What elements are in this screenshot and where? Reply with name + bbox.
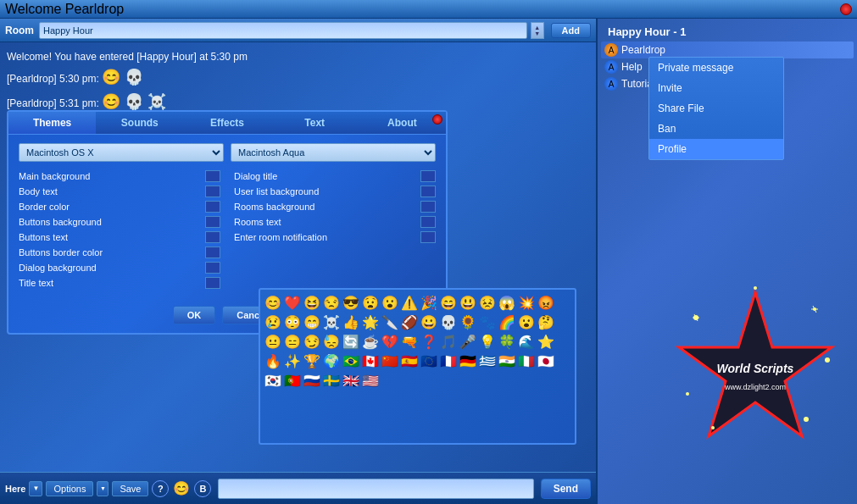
emoji-item[interactable]: 😣 — [478, 293, 497, 312]
emoji-item[interactable]: 💡 — [478, 332, 497, 351]
emoji-item[interactable]: 🇧🇷 — [342, 352, 360, 370]
theme-select-1[interactable]: Macintosh OS X Windows XP — [19, 143, 224, 162]
emoji-item[interactable]: 🇰🇷 — [264, 371, 282, 390]
message-input[interactable] — [218, 479, 533, 499]
emoji-item[interactable]: 🔪 — [381, 313, 399, 331]
menu-invite[interactable]: Invite — [649, 78, 783, 98]
emoji-item[interactable]: 🌻 — [459, 313, 477, 331]
emoji-item[interactable]: 😄 — [439, 293, 458, 312]
emoji-item[interactable]: 🤔 — [537, 313, 555, 331]
color-swatch-rooms-bg[interactable] — [420, 201, 436, 213]
color-swatch-enter-notif[interactable] — [420, 231, 436, 243]
emoji-item[interactable]: 💀 — [439, 313, 458, 331]
menu-private-message[interactable]: Private message — [649, 58, 783, 78]
add-button[interactable]: Add — [551, 23, 591, 38]
emoji-item[interactable]: ⭐ — [537, 332, 555, 351]
options-spinner[interactable]: ▼ — [97, 481, 109, 496]
emoji-item[interactable]: 🔥 — [264, 352, 282, 370]
options-button[interactable]: Options — [46, 481, 93, 496]
tab-sounds[interactable]: Sounds — [96, 112, 183, 134]
tab-effects[interactable]: Effects — [183, 112, 270, 134]
emoji-item[interactable]: 👍 — [342, 313, 360, 331]
color-swatch-userlist-bg[interactable] — [420, 186, 436, 197]
emoji-item[interactable]: 🇨🇦 — [361, 352, 380, 370]
emoji-item[interactable]: 😮 — [381, 293, 399, 312]
ok-button[interactable]: OK — [173, 306, 216, 324]
emoji-item[interactable]: 🎉 — [420, 293, 438, 312]
emoji-item[interactable]: ❓ — [420, 332, 438, 351]
emoji-item[interactable]: 🇩🇪 — [459, 352, 477, 370]
emoji-item[interactable]: 😊 — [264, 293, 282, 312]
emoji-item[interactable]: 😧 — [361, 293, 380, 312]
menu-profile[interactable]: Profile — [649, 139, 783, 159]
settings-close-button[interactable] — [432, 114, 442, 125]
emoji-item[interactable]: 🇯🇵 — [537, 352, 555, 370]
close-button[interactable] — [840, 3, 852, 15]
menu-share-file[interactable]: Share File — [649, 98, 783, 119]
emoji-item[interactable]: 🌟 — [361, 313, 380, 331]
color-swatch-rooms-text[interactable] — [420, 216, 436, 228]
emoji-item[interactable]: ☠️ — [322, 313, 341, 331]
room-input[interactable] — [39, 22, 527, 39]
emoji-item[interactable]: 🇺🇸 — [361, 371, 380, 390]
save-button[interactable]: Save — [112, 481, 148, 496]
menu-ban[interactable]: Ban — [649, 119, 783, 139]
emoji-item[interactable]: 🇬🇧 — [342, 371, 360, 390]
send-button[interactable]: Send — [541, 479, 591, 499]
emoji-item[interactable]: 🎵 — [439, 332, 458, 351]
emoji-item[interactable]: ☕ — [361, 332, 380, 351]
color-swatch-dialog-bg[interactable] — [205, 262, 220, 274]
color-swatch-border[interactable] — [205, 201, 220, 213]
emoji-item[interactable]: 😳 — [283, 313, 302, 331]
color-swatch-main-bg[interactable] — [205, 170, 220, 182]
emoji-item[interactable]: 💔 — [381, 332, 399, 351]
emoji-item[interactable]: 🇬🇷 — [478, 352, 497, 370]
emoji-item[interactable]: 😃 — [459, 293, 477, 312]
emoji-item[interactable]: 😆 — [303, 293, 321, 312]
emoji-item[interactable]: 😀 — [420, 313, 438, 331]
emoji-item[interactable]: 🏈 — [400, 313, 419, 331]
theme-select-2[interactable]: Macintosh Aqua Windows Blue — [231, 143, 436, 162]
emoji-item[interactable]: 🇷🇺 — [303, 371, 321, 390]
tab-themes[interactable]: Themes — [8, 112, 96, 134]
emoji-item[interactable]: 😐 — [264, 332, 282, 351]
emoji-item[interactable]: 🎤 — [459, 332, 477, 351]
emoji-item[interactable]: 🇪🇺 — [420, 352, 438, 370]
emoji-item[interactable]: 🌍 — [322, 352, 341, 370]
emoji-item[interactable]: 🇪🇸 — [400, 352, 419, 370]
emoji-item[interactable]: 🔫 — [400, 332, 419, 351]
here-dropdown[interactable]: ▼ — [29, 481, 42, 496]
emoji-item[interactable]: 🌈 — [498, 313, 516, 331]
emoji-item[interactable]: 🇮🇳 — [498, 352, 516, 370]
emoji-item[interactable]: ❤️ — [283, 293, 302, 312]
emoji-item[interactable]: 🍀 — [498, 332, 516, 351]
help-icon[interactable]: ? — [152, 480, 169, 497]
color-swatch-dialog-title[interactable] — [420, 170, 436, 182]
smiley-icon[interactable]: 😊 — [172, 479, 191, 498]
color-swatch-body-text[interactable] — [205, 186, 220, 197]
emoji-item[interactable]: 😮 — [517, 313, 536, 331]
color-swatch-buttons-border[interactable] — [205, 246, 220, 258]
emoji-item[interactable]: 😓 — [322, 332, 341, 351]
emoji-item[interactable]: 😏 — [303, 332, 321, 351]
color-swatch-buttons-text[interactable] — [205, 231, 220, 243]
emoji-item[interactable]: 🏆 — [303, 352, 321, 370]
emoji-item[interactable]: 🇫🇷 — [439, 352, 458, 370]
emoji-item[interactable]: 🐾 — [478, 313, 497, 331]
emoji-item[interactable]: 🇸🇪 — [322, 371, 341, 390]
emoji-item[interactable]: 😱 — [498, 293, 516, 312]
emoji-item[interactable]: 😡 — [537, 293, 555, 312]
tab-text[interactable]: Text — [271, 112, 359, 134]
emoji-item[interactable]: 💥 — [517, 293, 536, 312]
emoji-item[interactable]: 🔄 — [342, 332, 360, 351]
emoji-item[interactable]: ✨ — [283, 352, 302, 370]
emoji-item[interactable]: 😑 — [283, 332, 302, 351]
emoji-item[interactable]: 😢 — [264, 313, 282, 331]
emoji-item[interactable]: 🌊 — [517, 332, 536, 351]
emoji-item[interactable]: 😎 — [342, 293, 360, 312]
emoji-item[interactable]: 🇨🇳 — [381, 352, 399, 370]
room-spinner[interactable]: ▲ ▼ — [531, 22, 544, 39]
user-item-pearldrop[interactable]: A Pearldrop — [601, 42, 854, 58]
emoji-item[interactable]: 🇮🇹 — [517, 352, 536, 370]
emoji-item[interactable]: 😒 — [322, 293, 341, 312]
